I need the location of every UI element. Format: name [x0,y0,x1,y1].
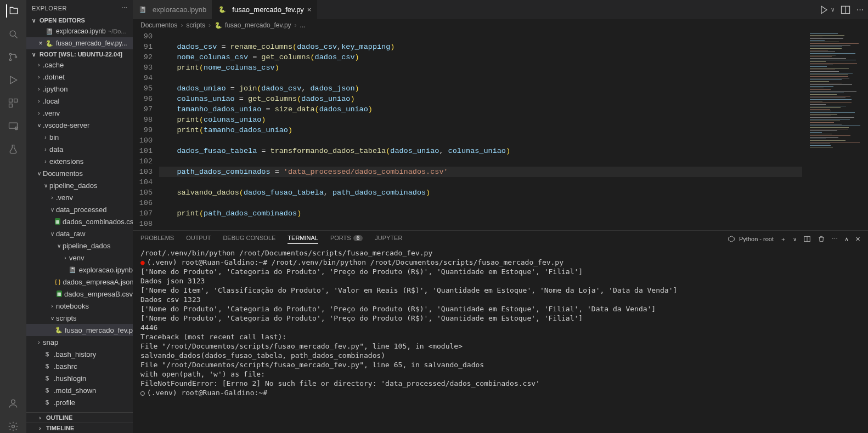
testing-icon[interactable] [7,143,20,156]
breadcrumb-item[interactable]: Documentos [140,21,177,29]
remote-icon[interactable] [7,119,20,133]
search-icon[interactable] [7,27,20,41]
code-line[interactable]: print(colunas_uniao) [159,115,802,125]
code-line[interactable] [159,31,802,42]
twisty-icon[interactable]: ∨ [42,183,49,189]
twisty-icon[interactable]: › [42,146,49,152]
tree-item[interactable]: ›.venv [26,191,133,203]
terminal-profile-label[interactable]: Python - root [728,235,774,243]
code-area[interactable]: dados_csv = rename_columns(dados_csv,key… [159,31,808,230]
twisty-icon[interactable]: › [48,303,56,309]
explorer-more-icon[interactable]: ⋯ [121,4,128,12]
twisty-icon[interactable]: › [48,195,56,201]
tab-output[interactable]: OUTPUT [186,235,211,243]
tree-item[interactable]: $.motd_shown [26,384,133,396]
twisty-icon[interactable]: ∨ [48,207,56,213]
open-editor-item[interactable]: ×🐍fusao_mercado_fev.py... [26,37,133,49]
twisty-icon[interactable]: › [35,62,43,68]
tree-item[interactable]: ›.dotnet [26,71,133,83]
new-terminal-icon[interactable]: ＋ [780,235,786,243]
code-line[interactable]: tamanho_dados_uniao = size_data(dados_un… [159,104,802,115]
editor-tab[interactable]: 📓exploracao.ipynb [133,0,212,19]
tree-item[interactable]: ∨data_processed [26,203,133,215]
code-line[interactable] [159,219,802,229]
tree-item[interactable]: ›extensions [26,155,133,167]
code-line[interactable] [159,156,802,167]
tree-item[interactable]: ›.ipython [26,83,133,95]
close-tab-icon[interactable]: × [307,5,312,14]
twisty-icon[interactable]: › [35,86,43,92]
tree-item[interactable]: 🐍fusao_mercado_fev.py [26,324,133,336]
code-line[interactable] [159,177,802,187]
breadcrumb[interactable]: Documentos›scripts›🐍fusao_mercado_fev.py… [133,19,868,31]
twisty-icon[interactable]: › [35,110,43,116]
tree-item[interactable]: ▦dados_combinados.csv [26,215,133,227]
code-line[interactable]: dados_fusao_tabela = transformando_dados… [159,146,802,156]
code-line[interactable]: nome_colunas_csv = get_columns(dados_csv… [159,52,802,62]
open-editor-item[interactable]: 📓exploracao.ipynb~/Do... [26,25,133,37]
twisty-icon[interactable]: ∨ [48,231,56,237]
twisty-icon[interactable]: › [35,339,43,345]
code-line[interactable]: print(path_dados_combinados) [159,208,802,219]
account-icon[interactable] [7,397,20,410]
tab-debug-console[interactable]: DEBUG CONSOLE [223,235,275,243]
code-line[interactable]: dados_csv = rename_columns(dados_csv,key… [159,42,802,52]
tree-item[interactable]: ›.local [26,95,133,107]
twisty-icon[interactable]: ∨ [35,170,43,176]
twisty-icon[interactable]: › [42,134,49,140]
root-folder-header[interactable]: ∨ROOT [WSL: UBUNTU-22.04] [26,50,133,59]
timeline-header[interactable]: ›TIMELINE [26,423,133,433]
tab-ports[interactable]: PORTS6 [330,235,363,243]
tree-item[interactable]: $.bashrc [26,360,133,372]
tree-item[interactable]: ›.cache [26,59,133,71]
tab-jupyter[interactable]: JUPYTER [375,235,402,243]
twisty-icon[interactable]: ∨ [48,315,56,321]
tree-item[interactable]: $.profile [26,396,133,408]
tree-item[interactable]: ›data [26,143,133,155]
twisty-icon[interactable]: › [61,255,69,261]
tree-item[interactable]: ∨data_raw [26,227,133,240]
open-editors-header[interactable]: ∨OPEN EDITORS [26,16,133,25]
source-control-icon[interactable] [7,50,20,64]
code-line[interactable]: print(nome_colunas_csv) [159,62,802,73]
close-panel-icon[interactable]: ✕ [855,236,860,243]
explorer-icon[interactable] [6,4,19,18]
code-line[interactable]: path_dados_combinados = 'data_processed/… [159,167,802,177]
twisty-icon[interactable]: ∨ [35,122,43,128]
tree-item[interactable]: ∨pipeline_dados [26,240,133,252]
code-line[interactable]: colunas_uniao = get_columns(dados_uniao) [159,94,802,104]
tree-item[interactable]: ›.venv [26,107,133,119]
tree-item[interactable]: ›bin [26,131,133,143]
tree-item[interactable]: { }dados_empresaA.json [26,276,133,288]
tree-item[interactable]: ▦dados_empresaB.csv [26,288,133,300]
breadcrumb-item[interactable]: 🐍fusao_mercado_fev.py [214,21,291,30]
tree-item[interactable]: ›notebooks [26,300,133,312]
breadcrumb-item[interactable]: ... [300,21,306,29]
twisty-icon[interactable]: › [35,74,43,80]
editor-tab[interactable]: 🐍fusao_mercado_fev.py× [212,0,317,19]
split-terminal-icon[interactable] [803,235,811,243]
tree-item[interactable]: ∨.vscode-server [26,119,133,131]
twisty-icon[interactable]: ∨ [55,243,63,249]
editor-more-icon[interactable]: ⋯ [856,5,864,14]
twisty-icon[interactable]: › [35,98,43,104]
tree-item[interactable]: ∨pipeline_dados [26,179,133,191]
twisty-icon[interactable]: › [42,158,49,164]
maximize-panel-icon[interactable]: ∧ [844,236,849,243]
code-line[interactable] [159,198,802,208]
terminal-output[interactable]: /root/.venv/bin/python /root/Documentos/… [133,247,868,433]
tree-item[interactable]: ∨Documentos [26,167,133,179]
close-icon[interactable]: × [36,39,45,47]
tree-item[interactable]: $.bash_history [26,348,133,360]
run-debug-icon[interactable] [7,73,20,87]
outline-header[interactable]: ›OUTLINE [26,412,133,423]
tree-item[interactable]: 📓exploracao.ipynb [26,264,133,276]
extensions-icon[interactable] [7,96,20,110]
settings-icon[interactable] [7,420,20,433]
code-line[interactable]: dados_uniao = join(dados_csv, dados_json… [159,83,802,94]
tab-problems[interactable]: PROBLEMS [140,235,174,243]
tree-item[interactable]: ›snap [26,336,133,348]
code-line[interactable] [159,73,802,83]
kill-terminal-icon[interactable] [818,235,825,243]
terminal-dropdown-icon[interactable]: ∨ [793,236,797,242]
